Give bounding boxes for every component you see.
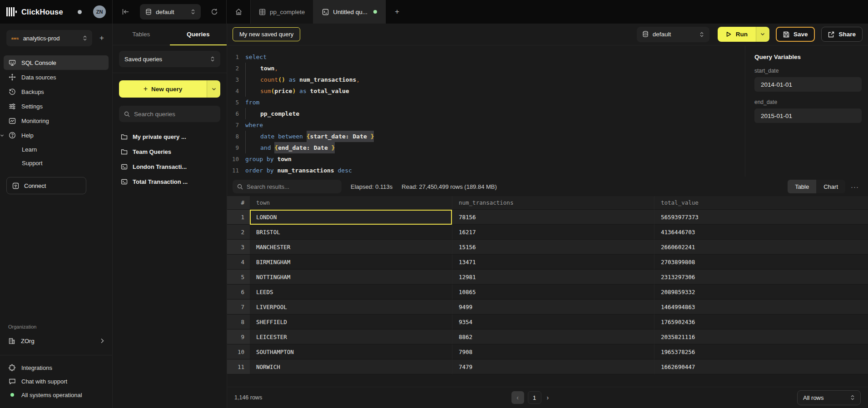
new-query-dropdown-button[interactable] xyxy=(207,80,220,98)
run-button[interactable]: Run xyxy=(718,27,756,42)
saved-query-tab[interactable]: My new saved query xyxy=(233,27,300,41)
connect-button[interactable]: Connect xyxy=(6,177,86,194)
table-cell[interactable]: BRISTOL xyxy=(250,225,452,240)
table-cell[interactable]: 16217 xyxy=(452,225,654,240)
tab-tables[interactable]: Tables xyxy=(113,24,170,45)
next-page-button[interactable]: › xyxy=(545,394,551,401)
table-cell[interactable]: 10865 xyxy=(452,285,654,300)
table-cell[interactable]: MANCHESTER xyxy=(250,240,452,255)
sidebar-item-data-sources[interactable]: Data sources xyxy=(4,70,109,84)
table-cell[interactable]: 56593977373 xyxy=(654,210,868,225)
table-cell[interactable]: 2703899808 xyxy=(654,255,868,270)
table-cell[interactable]: 1765902436 xyxy=(654,315,868,329)
view-toggle-chart[interactable]: Chart xyxy=(816,180,845,193)
new-tab-button[interactable]: + xyxy=(386,0,408,24)
previous-page-button[interactable]: ‹ xyxy=(511,391,524,404)
page-size-select[interactable]: All rows xyxy=(797,390,861,405)
tab-untitled-query[interactable]: Untitled qu... xyxy=(313,0,386,24)
notification-dot-icon[interactable] xyxy=(78,10,82,14)
avatar[interactable]: ZN xyxy=(93,5,106,18)
table-cell[interactable]: LEICESTER xyxy=(250,329,452,344)
code-line[interactable]: 9and {end_date: Date } xyxy=(227,142,745,153)
column-header[interactable]: num_transactions xyxy=(452,196,654,210)
sidebar-item-monitoring[interactable]: Monitoring xyxy=(4,113,109,128)
code-line[interactable]: 3count() as num_transactions, xyxy=(227,74,745,85)
table-cell[interactable]: SOUTHAMPTON xyxy=(250,344,452,359)
sidebar-item-settings[interactable]: Settings xyxy=(4,99,109,113)
list-item-team-queries[interactable]: Team Queries xyxy=(113,144,227,159)
table-cell[interactable]: 1464994863 xyxy=(654,300,868,315)
sql-editor[interactable]: 1select2town,3count() as num_transaction… xyxy=(227,45,745,177)
collapse-sidebar-button[interactable] xyxy=(113,0,138,24)
start-date-input[interactable] xyxy=(754,77,862,92)
sidebar-item-chat-support[interactable]: Chat with support xyxy=(0,374,112,388)
code-line[interactable]: 7where xyxy=(227,119,745,131)
table-cell[interactable]: NORWICH xyxy=(250,359,452,374)
sidebar-item-learn[interactable]: Learn xyxy=(0,143,112,156)
table-cell[interactable]: SHEFFIELD xyxy=(250,315,452,329)
column-header[interactable]: # xyxy=(227,196,250,210)
save-button[interactable]: Save xyxy=(776,27,815,42)
results-search-input[interactable] xyxy=(247,183,337,190)
column-header[interactable]: total_value xyxy=(654,196,868,210)
table-cell[interactable]: 7479 xyxy=(452,359,654,374)
table-cell[interactable]: LEEDS xyxy=(250,285,452,300)
table-cell[interactable]: 7908 xyxy=(452,344,654,359)
table-cell[interactable]: 4136446703 xyxy=(654,225,868,240)
code-line[interactable]: 6pp_complete xyxy=(227,108,745,119)
table-cell[interactable]: 2035821116 xyxy=(654,329,868,344)
table-cell[interactable]: LONDON xyxy=(250,210,452,225)
view-toggle-table[interactable]: Table xyxy=(788,180,816,193)
column-header[interactable]: town xyxy=(250,196,452,210)
system-status-row[interactable]: All systems operational xyxy=(0,388,112,402)
code-line[interactable]: 5from xyxy=(227,97,745,108)
tab-queries[interactable]: Queries xyxy=(170,24,227,45)
run-dropdown-button[interactable] xyxy=(756,27,769,42)
sidebar-item-help[interactable]: Help xyxy=(4,128,109,143)
results-toolbar: Elapsed: 0.113s Read: 27,450,499 rows (1… xyxy=(227,177,868,196)
table-cell[interactable]: LIVERPOOL xyxy=(250,300,452,315)
table-cell[interactable]: 8862 xyxy=(452,329,654,344)
page-number-input[interactable]: 1 xyxy=(528,391,541,404)
new-query-button[interactable]: + New query xyxy=(119,80,207,98)
sidebar-item-backups[interactable]: Backups xyxy=(4,84,109,99)
table-cell[interactable]: 13471 xyxy=(452,255,654,270)
table-cell[interactable]: 2660602241 xyxy=(654,240,868,255)
table-cell[interactable]: BIRMINGHAM xyxy=(250,255,452,270)
list-item-london-transactions[interactable]: London Transacti... xyxy=(113,159,227,174)
refresh-button[interactable] xyxy=(203,0,226,24)
code-line[interactable]: 2town, xyxy=(227,63,745,74)
table-cell[interactable]: 2089859332 xyxy=(654,285,868,300)
table-cell[interactable]: 15156 xyxy=(452,240,654,255)
code-line[interactable]: 10group by town xyxy=(227,153,745,165)
sidebar-item-sql-console[interactable]: SQL Console xyxy=(4,55,109,70)
table-cell[interactable]: 2313297306 xyxy=(654,270,868,285)
add-service-button[interactable]: + xyxy=(97,34,107,43)
code-line[interactable]: 4sum(price) as total_value xyxy=(227,85,745,97)
home-button[interactable] xyxy=(227,0,250,24)
share-button[interactable]: Share xyxy=(821,27,863,42)
table-cell[interactable]: 9499 xyxy=(452,300,654,315)
table-cell[interactable]: 1965378256 xyxy=(654,344,868,359)
organization-row[interactable]: ZOrg xyxy=(4,333,109,349)
topbar-database-select[interactable]: default xyxy=(140,4,201,20)
table-cell[interactable]: 1662690447 xyxy=(654,359,868,374)
table-cell[interactable]: 9354 xyxy=(452,315,654,329)
end-date-input[interactable] xyxy=(754,108,862,123)
code-line[interactable]: 1select xyxy=(227,51,745,63)
table-cell[interactable]: 12981 xyxy=(452,270,654,285)
query-search-input[interactable] xyxy=(134,111,215,118)
editor-database-select[interactable]: default xyxy=(637,27,709,42)
list-item-private-query[interactable]: My private query ... xyxy=(113,129,227,144)
code-line[interactable]: 8date between {start_date: Date } xyxy=(227,131,745,142)
table-cell[interactable]: NOTTINGHAM xyxy=(250,270,452,285)
list-item-total-transactions[interactable]: Total Transaction ... xyxy=(113,174,227,189)
sidebar-item-support[interactable]: Support xyxy=(0,156,112,170)
code-line[interactable]: 11order by num_transactions desc xyxy=(227,165,745,176)
more-options-button[interactable]: ··· xyxy=(851,183,863,191)
workspace-select[interactable]: aws analytics-prod xyxy=(6,30,92,46)
tab-pp-complete[interactable]: pp_complete xyxy=(250,0,313,24)
table-cell[interactable]: 78156 xyxy=(452,210,654,225)
sidebar-item-integrations[interactable]: Integrations xyxy=(0,361,112,374)
saved-queries-select[interactable]: Saved queries xyxy=(119,51,220,67)
